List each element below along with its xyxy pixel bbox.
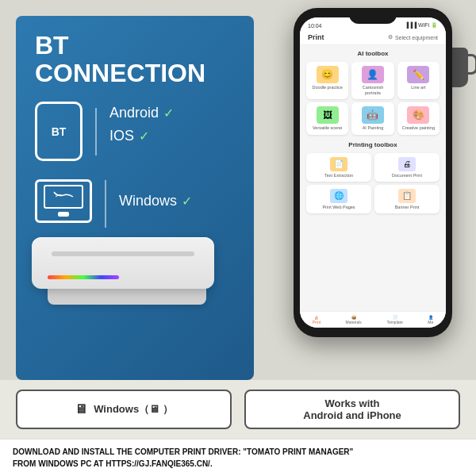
portrait-icon: 👤 (362, 66, 384, 83)
printer-device (32, 237, 222, 305)
banner-print-label: Banner Print (378, 205, 436, 209)
grid-item-lineart[interactable]: ✏️ Line art (397, 62, 440, 99)
banner-print-icon: 📋 (398, 189, 416, 203)
tool-banner-print[interactable]: 📋 Banner Print (374, 185, 440, 213)
phone-header: Print ⚙ Select equipment (300, 30, 446, 45)
phone-notch (349, 8, 397, 24)
nav-template[interactable]: 📄Template (386, 315, 402, 324)
android-ios-row: BT Android ✓ IOS ✓ (35, 102, 235, 161)
lineart-icon: ✏️ (407, 66, 429, 83)
windows-button-icon: 🖥 (75, 402, 87, 416)
bt-phone-icon: BT (35, 102, 83, 161)
windows-button[interactable]: 🖥 Windows（🖥 ） (16, 390, 232, 429)
os-list: Android ✓ IOS ✓ (109, 102, 174, 144)
divider2 (105, 180, 106, 228)
android-item: Android ✓ (109, 105, 174, 121)
nav-me[interactable]: 👤Me (428, 315, 433, 324)
creative-icon: 🎨 (407, 106, 429, 124)
doc-print-label: Document Print (378, 173, 436, 178)
scene-icon: 🖼 (317, 106, 339, 124)
portrait-label: Cartoonish portraits (354, 85, 391, 95)
grid-item-scene[interactable]: 🖼 Versatile scene (306, 102, 348, 135)
nav-print[interactable]: 🖨Print (313, 315, 321, 324)
doodle-icon: 😊 (317, 66, 339, 83)
phone-header-title: Print (308, 33, 324, 41)
phone-time: 10:04 (308, 23, 322, 29)
monitor-stand (58, 212, 69, 217)
printer-stand (48, 289, 206, 305)
grid-item-creative[interactable]: 🎨 Creative painting (397, 102, 440, 135)
windows-row: Windows ✓ (35, 174, 235, 228)
windows-button-label: Windows（🖥 ） (94, 402, 173, 416)
printer-slot (52, 251, 194, 256)
footer-bar: DOWNLOAD AND INSTALL THE COMPUTER PRINT … (0, 439, 476, 476)
tool-text-extract[interactable]: 📄 Text Extraction (306, 153, 371, 182)
creative-label: Creative painting (400, 125, 437, 131)
android-iphone-button[interactable]: Works with Android and iPhone (244, 390, 460, 429)
monitor-icon (35, 179, 92, 223)
phone-bottom-nav: 🖨Print 📦Materials 📄Template 👤Me (300, 311, 446, 328)
tools-grid: 📄 Text Extraction 🖨 Document Print 🌐 Pri… (306, 153, 440, 213)
doodle-label: Doodle practice (309, 85, 346, 90)
card-title: BT CONNECTION (35, 32, 235, 87)
phone-mockup: 10:04 ▐▐▐ WiFi 🔋 Print ⚙ Select equipmen… (294, 8, 452, 337)
ai-painting-label: AI Painting (354, 125, 391, 131)
tool-web-print[interactable]: 🌐 Print Web Pages (306, 185, 371, 213)
web-print-label: Print Web Pages (310, 205, 367, 209)
printing-toolbox-title: Printing toolbox (306, 141, 440, 148)
doc-print-icon: 🖨 (398, 157, 416, 171)
phone-signal: ▐▐▐ WiFi 🔋 (405, 22, 438, 29)
web-print-icon: 🌐 (330, 189, 347, 203)
divider (95, 108, 97, 155)
grid-item-portrait[interactable]: 👤 Cartoonish portraits (351, 62, 393, 99)
scene-label: Versatile scene (309, 125, 346, 131)
text-extract-label: Text Extraction (310, 173, 367, 178)
monitor-screen (44, 185, 83, 209)
grid-item-doodle[interactable]: 😊 Doodle practice (306, 62, 348, 99)
ai-toolbox-title: AI toolbox (306, 50, 440, 57)
phone-content: AI toolbox 😊 Doodle practice 👤 Cartoonis… (300, 45, 446, 223)
printer-body (32, 237, 214, 289)
top-section: BT CONNECTION BT Android ✓ IOS ✓ (0, 0, 476, 380)
grid-item-ai-painting[interactable]: 🤖 AI Painting (351, 102, 393, 135)
tool-doc-print[interactable]: 🖨 Document Print (374, 153, 440, 182)
footer-line1: DOWNLOAD AND INSTALL THE COMPUTER PRINT … (13, 447, 353, 456)
printer-color-bar (48, 275, 119, 279)
phone-header-select[interactable]: ⚙ Select equipment (388, 34, 438, 40)
phone-screen: 10:04 ▐▐▐ WiFi 🔋 Print ⚙ Select equipmen… (300, 17, 446, 328)
ios-item: IOS ✓ (109, 128, 174, 144)
lineart-label: Line art (400, 85, 437, 90)
footer-line2: FROM WINDOWS PC AT HTTPS://GJ.FANQIE365.… (13, 459, 213, 468)
bottom-buttons-row: 🖥 Windows（🖥 ） Works with Android and iPh… (0, 380, 476, 439)
ai-painting-icon: 🤖 (362, 106, 384, 124)
main-container: BT CONNECTION BT Android ✓ IOS ✓ (0, 0, 476, 476)
android-iphone-label: Works with Android and iPhone (303, 397, 401, 421)
nav-materials[interactable]: 📦Materials (346, 315, 362, 324)
windows-item: Windows ✓ (119, 193, 192, 209)
ai-toolbox-grid: 😊 Doodle practice 👤 Cartoonish portraits… (306, 62, 440, 135)
bt-connection-card: BT CONNECTION BT Android ✓ IOS ✓ (16, 16, 254, 380)
phone-mockup-container: 10:04 ▐▐▐ WiFi 🔋 Print ⚙ Select equipmen… (294, 8, 460, 349)
text-extract-icon: 📄 (330, 157, 347, 171)
